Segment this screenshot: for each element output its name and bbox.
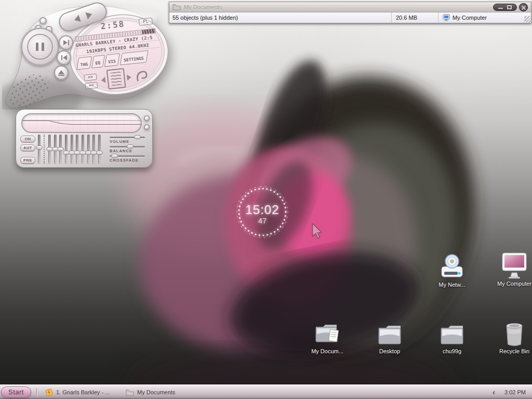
icon-label: Desktop <box>379 349 400 355</box>
eq-band-slider[interactable] <box>76 135 78 164</box>
eq-curve-display <box>21 113 142 133</box>
next-icon <box>63 40 68 45</box>
minimize-button[interactable] <box>498 8 503 9</box>
seek-bar-remaining <box>142 29 155 34</box>
rewind-button[interactable]: << <box>85 82 98 89</box>
icon-label: My Netw... <box>438 282 465 288</box>
playlist-next-icon <box>127 74 131 81</box>
tray-clock: 3:02 PM <box>504 389 526 395</box>
forward-icon <box>85 10 93 19</box>
my-documents-window: My Documents 55 objects (plus 1 hidden) … <box>169 2 531 23</box>
status-zone: My Computer <box>438 12 531 23</box>
desktop-icon-my-computer[interactable]: My Computer <box>487 252 532 287</box>
previous-icon <box>63 55 67 60</box>
horn-icon <box>135 69 150 84</box>
task-label: 1. Gnarls Barkley - ... <box>56 389 110 395</box>
icon-label: chu99g <box>443 349 461 355</box>
folder-icon <box>126 389 134 396</box>
start-button[interactable]: Start <box>1 387 31 398</box>
previous-track-button[interactable] <box>57 50 71 65</box>
balance-slider[interactable] <box>110 146 145 148</box>
computer-monitor-icon <box>501 252 527 279</box>
window-title: My Documents <box>184 4 222 10</box>
eq-band-slider[interactable] <box>71 135 73 164</box>
desktop-icon-recycle-bin[interactable]: Recycle Bin <box>487 320 532 355</box>
icon-label: My Computer <box>497 281 531 287</box>
eject-button[interactable] <box>54 65 69 80</box>
playlist-prev-icon <box>101 77 105 84</box>
pause-button[interactable] <box>21 28 59 66</box>
mouse-cursor-icon <box>312 223 324 239</box>
taskbar: Start 1. Gnarls Barkley - ... My Documen… <box>0 384 532 399</box>
folder-icon <box>439 324 465 347</box>
icon-label: Recycle Bin <box>499 349 529 355</box>
folder-icon <box>377 324 403 347</box>
window-titlebar[interactable]: My Documents <box>169 2 531 12</box>
eq-band-slider[interactable] <box>59 135 62 164</box>
eq-preset-button[interactable]: PRE <box>20 157 35 164</box>
crossfade-knob[interactable] <box>111 154 118 158</box>
playlist-button[interactable]: PL <box>139 18 153 26</box>
clock-time: 15:02 <box>230 203 295 217</box>
my-computer-icon <box>443 14 450 21</box>
preamp-knob[interactable] <box>36 145 43 150</box>
eq-band-slider[interactable] <box>87 135 90 164</box>
next-track-button[interactable] <box>59 35 73 50</box>
taskbar-task-winamp[interactable]: 1. Gnarls Barkley - ... <box>43 387 112 397</box>
desktop-icon-chu99g-folder[interactable]: chu99g <box>425 320 479 355</box>
preamp-scale <box>44 135 45 164</box>
clock-seconds: 47 <box>230 216 295 225</box>
task-label: My Documents <box>137 389 175 395</box>
window-statusbar: 55 objects (plus 1 hidden) 20.6 MB My Co… <box>169 12 531 23</box>
eq-band-slider[interactable] <box>82 135 84 164</box>
eq-band-slider[interactable] <box>54 135 57 164</box>
eq-band-slider[interactable] <box>65 135 68 164</box>
status-objects: 55 objects (plus 1 hidden) <box>169 12 392 23</box>
maximize-button[interactable] <box>507 5 512 9</box>
close-button[interactable] <box>519 3 528 11</box>
eq-shade-button[interactable] <box>144 124 150 130</box>
desktop-icon-my-network[interactable]: My Netw... <box>425 253 479 288</box>
tab-settings[interactable]: SETTINGS <box>119 50 148 65</box>
volume-knob[interactable] <box>134 135 141 139</box>
volume-slider[interactable] <box>110 137 145 138</box>
crossfade-slider[interactable] <box>110 155 145 157</box>
balance-label: BALANCE <box>110 149 132 153</box>
crossfade-label: CROSSFADE <box>110 158 139 163</box>
tab-thg[interactable]: THG <box>76 56 92 70</box>
pause-icon <box>36 43 38 51</box>
eq-auto-button[interactable]: AUT <box>20 144 35 151</box>
taskbar-task-my-documents[interactable]: My Documents <box>124 387 177 397</box>
tray-expand-chevron-icon[interactable]: ‹ <box>493 388 495 397</box>
taskbar-separator <box>36 388 37 396</box>
documents-folder-icon <box>314 321 341 347</box>
fast-forward-button[interactable]: >> <box>84 74 97 81</box>
status-size: 20.6 MB <box>392 12 438 23</box>
recycle-bin-icon <box>505 323 524 347</box>
desktop: 2:58 PL GNARLS BARKLEY - CRAZY (2:5 192K… <box>0 0 532 399</box>
eq-on-button[interactable]: ON <box>20 136 35 142</box>
icon-label: My Docum... <box>311 349 343 355</box>
eq-band-slider[interactable] <box>98 135 101 164</box>
desktop-icon-my-documents[interactable]: My Docum... <box>300 320 354 355</box>
eq-band-slider[interactable] <box>48 135 51 164</box>
preamp-slider[interactable] <box>38 135 41 164</box>
winamp-icon <box>45 388 53 396</box>
equalizer-window: ON AUT PRE VOLUME BALANCE CROSSFADE <box>16 109 153 168</box>
desktop-icon-desktop-folder[interactable]: Desktop <box>363 320 417 355</box>
clock-dotted-ring-icon <box>230 180 295 244</box>
player-close-button[interactable] <box>39 17 47 24</box>
playlist-icon[interactable] <box>107 68 126 89</box>
resize-grip[interactable] <box>524 16 530 22</box>
eq-band-slider[interactable] <box>92 135 95 164</box>
tab-eq[interactable]: EQ <box>91 55 105 69</box>
eq-close-button[interactable] <box>144 115 150 121</box>
system-tray: ‹ 3:02 PM <box>493 387 526 397</box>
volume-label: VOLUME <box>110 139 129 144</box>
tab-vis[interactable]: VIS <box>104 54 120 67</box>
folder-icon <box>172 4 181 10</box>
balance-knob[interactable] <box>127 144 134 149</box>
media-player: 2:58 PL GNARLS BARKLEY - CRAZY (2:5 192K… <box>2 3 171 110</box>
network-drive-icon <box>440 253 464 280</box>
desktop-clock-widget: 15:02 47 <box>230 180 295 244</box>
